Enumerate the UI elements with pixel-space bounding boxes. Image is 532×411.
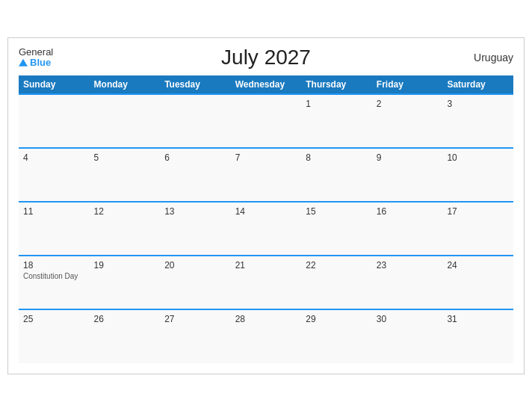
calendar-week-row: 123 [19,94,513,148]
day-number: 17 [447,206,509,217]
day-number: 10 [447,152,509,163]
logo-triangle-icon [19,59,28,67]
day-number: 3 [447,99,509,109]
day-number: 1 [306,99,368,109]
header-tuesday: Tuesday [160,75,231,94]
day-number: 6 [164,152,226,163]
day-number: 20 [164,260,226,271]
calendar-week-row: 45678910 [19,148,513,202]
calendar-cell: 24 [442,256,513,309]
calendar-week-row: 11121314151617 [19,202,513,256]
calendar-cell: 22 [301,256,372,309]
calendar-cell: 31 [442,309,513,363]
calendar-cell: 6 [160,148,231,202]
day-number: 8 [306,152,368,163]
day-number: 16 [377,206,439,217]
calendar-cell: 14 [231,202,302,256]
calendar-cell: 16 [372,202,443,256]
header-wednesday: Wednesday [231,75,302,94]
logo-blue-text: Blue [19,58,51,68]
day-number: 24 [447,260,509,271]
calendar-cell [90,94,161,148]
day-number: 11 [23,206,85,217]
day-number: 31 [447,314,509,324]
calendar-week-row: 25262728293031 [19,309,513,363]
calendar-cell: 1 [301,94,372,148]
calendar-title: July 2027 [19,46,513,69]
day-number: 2 [377,99,439,109]
day-number: 22 [306,260,368,271]
day-number: 30 [377,314,439,324]
calendar-cell: 30 [372,309,443,363]
calendar-table: Sunday Monday Tuesday Wednesday Thursday… [19,75,513,363]
calendar-cell: 28 [231,309,302,363]
day-number: 23 [377,260,439,271]
calendar-cell: 27 [160,309,231,363]
calendar-cell: 3 [442,94,513,148]
header-thursday: Thursday [301,75,372,94]
calendar-cell: 17 [442,202,513,256]
calendar-cell: 7 [231,148,302,202]
calendar-cell: 15 [301,202,372,256]
day-number: 25 [23,314,85,324]
calendar-cell: 23 [372,256,443,309]
day-number: 14 [235,206,297,217]
calendar-cell: 9 [372,148,443,202]
header-sunday: Sunday [19,75,90,94]
day-number: 28 [235,314,297,324]
calendar-cell: 12 [90,202,161,256]
country-label: Uruguay [474,52,513,64]
holiday-label: Constitution Day [23,272,85,280]
calendar-cell: 19 [90,256,161,309]
calendar-cell [160,94,231,148]
calendar-header: General Blue July 2027 Uruguay [19,46,513,69]
day-number: 9 [377,152,439,163]
calendar-cell: 2 [372,94,443,148]
day-number: 12 [94,206,156,217]
calendar-cell: 10 [442,148,513,202]
calendar-cell [231,94,302,148]
day-number: 4 [23,152,85,163]
calendar-cell: 11 [19,202,90,256]
day-number: 21 [235,260,297,271]
calendar-cell: 18Constitution Day [19,256,90,309]
day-number: 19 [94,260,156,271]
header-monday: Monday [90,75,161,94]
calendar-cell: 29 [301,309,372,363]
day-number: 27 [164,314,226,324]
day-number: 15 [306,206,368,217]
logo: General Blue [19,46,53,68]
header-friday: Friday [372,75,443,94]
day-number: 18 [23,260,85,271]
day-number: 13 [164,206,226,217]
calendar-cell: 5 [90,148,161,202]
calendar-cell: 26 [90,309,161,363]
weekday-header-row: Sunday Monday Tuesday Wednesday Thursday… [19,75,513,94]
calendar-cell: 25 [19,309,90,363]
day-number: 5 [94,152,156,163]
calendar-cell: 21 [231,256,302,309]
calendar-week-row: 18Constitution Day192021222324 [19,256,513,309]
calendar-cell: 13 [160,202,231,256]
calendar-cell [19,94,90,148]
header-saturday: Saturday [442,75,513,94]
day-number: 7 [235,152,297,163]
calendar-cell: 20 [160,256,231,309]
day-number: 29 [306,314,368,324]
calendar-cell: 8 [301,148,372,202]
calendar-cell: 4 [19,148,90,202]
calendar-container: General Blue July 2027 Uruguay Sunday Mo… [7,37,525,374]
logo-general-text: General [19,46,53,57]
day-number: 26 [94,314,156,324]
